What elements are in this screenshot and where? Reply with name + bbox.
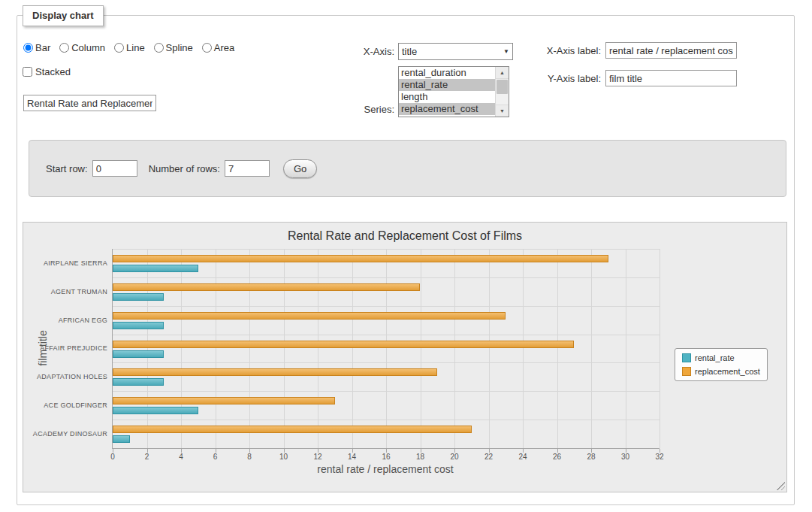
x-tick-label: 14 <box>348 453 356 461</box>
bar-rental_rate <box>113 435 130 443</box>
gridline <box>523 249 524 448</box>
gridline <box>386 249 387 448</box>
gridline <box>216 249 216 448</box>
chart-legend: rental_ratereplacement_cost <box>675 348 768 381</box>
gridline <box>557 249 558 448</box>
scroll-up-icon[interactable]: ▲ <box>496 67 509 79</box>
x-axis-label-input[interactable] <box>605 42 737 59</box>
x-tick-label: 24 <box>518 453 527 461</box>
gridline <box>318 249 318 448</box>
bar-replacement_cost <box>113 426 472 433</box>
x-tick-label: 28 <box>587 453 595 461</box>
gridline <box>113 249 660 250</box>
chart-title: Rental Rate and Replacement Cost of Film… <box>23 229 786 243</box>
fieldset-legend: Display chart <box>23 5 104 26</box>
gridline <box>113 277 660 278</box>
gridline <box>352 249 353 448</box>
x-tick-label: 0 <box>110 453 115 461</box>
bar-rental_rate <box>113 378 164 386</box>
chart-type-option-column[interactable]: Column <box>59 42 105 53</box>
category-axis-labels: AIRPLANE SIERRAAGENT TRUMANAFRICAN EGGAF… <box>32 249 107 448</box>
series-option-rental_rate[interactable]: rental_rate <box>399 79 496 91</box>
series-scrollbar[interactable]: ▲ ▼ <box>495 67 509 117</box>
gridline <box>489 249 490 448</box>
x-axis-label-field: X-Axis label: <box>526 42 737 59</box>
chart-type-option-spline[interactable]: Spline <box>154 42 193 53</box>
gridline <box>660 249 660 448</box>
number-of-rows-input[interactable] <box>225 160 270 177</box>
gridline <box>113 391 660 392</box>
chart-type-radio-line[interactable] <box>114 43 124 53</box>
number-of-rows-label: Number of rows: <box>149 163 220 174</box>
x-axis-select[interactable]: title ▼ <box>398 43 513 60</box>
start-row-label: Start row: <box>46 163 88 174</box>
category-label: AFFAIR PREJUDICE <box>32 335 107 363</box>
stacked-checkbox[interactable] <box>23 67 32 77</box>
bar-replacement_cost <box>113 255 608 262</box>
gridline <box>626 249 626 448</box>
bar-replacement_cost <box>113 312 506 320</box>
x-tick-label: 30 <box>621 453 629 461</box>
chart-type-radio-spline[interactable] <box>154 43 164 53</box>
gridline <box>113 335 660 335</box>
stacked-label: Stacked <box>35 66 71 77</box>
series-options: rental_durationrental_ratelengthreplacem… <box>399 67 496 115</box>
chart-type-label: Bar <box>35 42 50 53</box>
category-label: AGENT TRUMAN <box>32 277 107 306</box>
chart-type-label: Area <box>214 42 234 53</box>
gridline <box>249 249 250 448</box>
chevron-down-icon: ▼ <box>503 48 509 55</box>
bar-rental_rate <box>113 293 164 301</box>
bar-replacement_cost <box>113 397 335 404</box>
gridline <box>113 420 660 420</box>
bar-replacement_cost <box>113 341 574 348</box>
replacement_cost-swatch <box>682 367 691 376</box>
x-tick-label: 4 <box>179 453 183 461</box>
x-tick-label: 20 <box>450 453 458 461</box>
x-axis-title: rental rate / replacement cost <box>112 463 659 475</box>
chart-type-radio-area[interactable] <box>202 43 212 53</box>
series-option-length[interactable]: length <box>399 91 496 103</box>
start-row-input[interactable] <box>92 160 137 177</box>
series-listbox[interactable]: rental_durationrental_ratelengthreplacem… <box>398 66 509 117</box>
gridline <box>113 306 660 307</box>
stacked-checkbox-row[interactable]: Stacked <box>23 66 71 77</box>
x-tick-label: 32 <box>655 453 663 461</box>
x-tick-label: 8 <box>247 453 252 461</box>
category-label: ACE GOLDFINGER <box>32 391 107 420</box>
chart-type-radio-bar[interactable] <box>23 43 33 53</box>
x-tick-label: 12 <box>313 453 321 461</box>
x-tick-label: 18 <box>416 453 424 461</box>
category-label: AFRICAN EGG <box>32 306 107 335</box>
y-axis-label-input[interactable] <box>605 70 737 86</box>
resize-handle-icon[interactable] <box>775 480 785 490</box>
scrollbar-thumb[interactable] <box>497 80 508 94</box>
bar-rental_rate <box>113 322 164 329</box>
chart-title-input[interactable] <box>23 95 156 111</box>
x-axis-selected-value: title <box>402 46 500 57</box>
go-button[interactable]: Go <box>283 159 317 178</box>
chart-type-option-bar[interactable]: Bar <box>23 42 50 53</box>
series-option-rental_duration[interactable]: rental_duration <box>399 67 496 79</box>
x-tick-label: 16 <box>382 453 390 461</box>
chart-type-radio-column[interactable] <box>59 43 69 53</box>
bar-rental_rate <box>113 265 198 272</box>
chart-type-option-area[interactable]: Area <box>202 42 234 53</box>
rows-panel: Start row: Number of rows: Go <box>29 140 786 197</box>
legend-item-rental_rate[interactable]: rental_rate <box>682 353 760 362</box>
rental_rate-swatch <box>682 353 691 362</box>
x-tick-label: 10 <box>279 453 288 461</box>
scroll-down-icon[interactable]: ▼ <box>496 105 509 117</box>
chart-type-option-line[interactable]: Line <box>114 42 145 53</box>
gridline <box>284 249 285 448</box>
plot-area: 02468101214161820222426283032 <box>112 249 660 449</box>
bar-rental_rate <box>113 350 164 358</box>
y-axis-label-caption: Y-Axis label: <box>526 73 601 84</box>
legend-item-replacement_cost[interactable]: replacement_cost <box>682 367 760 376</box>
legend-item-label: replacement_cost <box>695 367 760 376</box>
chart-type-radios: BarColumnLineSplineArea <box>23 42 234 53</box>
x-tick-label: 2 <box>145 453 149 461</box>
series-option-replacement_cost[interactable]: replacement_cost <box>399 103 496 115</box>
x-tick-label: 6 <box>213 453 218 461</box>
chart-type-label: Column <box>71 42 105 53</box>
